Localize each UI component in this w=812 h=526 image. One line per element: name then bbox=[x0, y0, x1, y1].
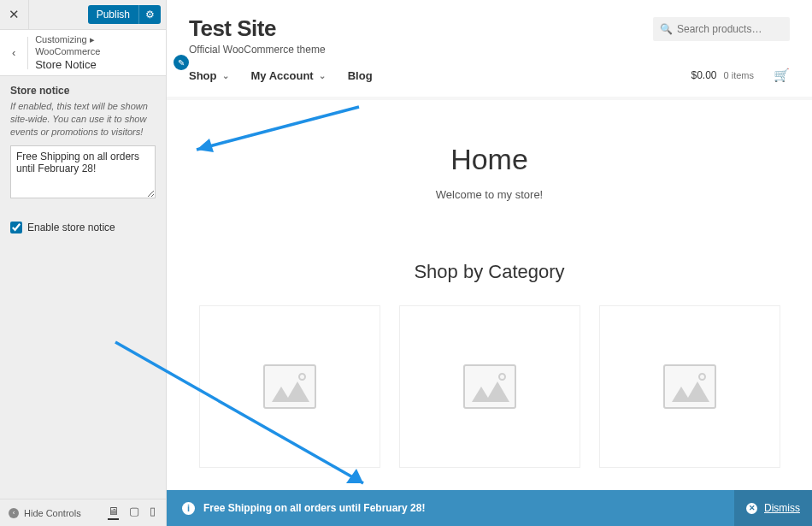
category-card[interactable] bbox=[599, 305, 780, 468]
cart-amount: $0.00 bbox=[691, 69, 717, 81]
store-notice-text: Free Shipping on all orders until Februa… bbox=[203, 502, 425, 514]
category-card[interactable] bbox=[399, 305, 580, 468]
page-title: Home bbox=[167, 143, 812, 176]
chevron-down-icon: ⌄ bbox=[319, 71, 326, 80]
nav-item-label: Blog bbox=[348, 69, 373, 82]
gear-icon: ⚙ bbox=[145, 9, 155, 21]
site-tagline: Official WooCommerce theme bbox=[167, 44, 812, 56]
nav-item-label: Shop bbox=[189, 69, 217, 82]
breadcrumb-path: Customizing ▸ WooCommerce bbox=[35, 33, 159, 58]
nav-item-my-account[interactable]: My Account ⌄ bbox=[251, 69, 326, 82]
info-icon: i bbox=[182, 502, 195, 515]
enable-store-notice-label: Enable store notice bbox=[27, 222, 115, 233]
placeholder-image-icon bbox=[263, 364, 316, 409]
nav-item-label: My Account bbox=[251, 69, 314, 82]
pencil-icon: ✎ bbox=[178, 58, 185, 68]
close-customizer-button[interactable]: ✕ bbox=[0, 0, 29, 29]
placeholder-image-icon bbox=[463, 364, 516, 409]
device-tablet-button[interactable]: ▢ bbox=[129, 505, 139, 520]
category-card[interactable] bbox=[199, 305, 380, 468]
sidebar-footer: ‹ Hide Controls 🖥 ▢ ▯ bbox=[0, 499, 166, 526]
hide-controls-label: Hide Controls bbox=[24, 508, 81, 518]
breadcrumb-title: Store Notice bbox=[35, 58, 159, 73]
collapse-icon: ‹ bbox=[9, 508, 19, 518]
placeholder-image-icon bbox=[663, 364, 716, 409]
dismiss-notice-button[interactable]: ✕ Dismiss bbox=[734, 490, 812, 526]
store-notice-bar: i Free Shipping on all orders until Febr… bbox=[167, 490, 812, 526]
breadcrumb: ‹ Customizing ▸ WooCommerce Store Notice bbox=[0, 29, 166, 76]
category-cards bbox=[167, 305, 812, 468]
customizer-sidebar: ✕ Publish ⚙ ‹ Customizing ▸ WooCommerce … bbox=[0, 0, 167, 526]
close-icon: ✕ bbox=[746, 503, 757, 514]
panel-description: If enabled, this text will be shown site… bbox=[10, 100, 156, 139]
publish-button[interactable]: Publish bbox=[88, 5, 138, 24]
cart-items-count: 0 items bbox=[724, 70, 754, 80]
primary-nav: Shop ⌄ My Account ⌄ Blog $0.00 0 items 🛒 bbox=[167, 56, 812, 95]
search-input[interactable] bbox=[653, 17, 790, 41]
section-heading-shop-by-category: Shop by Category bbox=[167, 261, 812, 283]
panel-label: Store notice bbox=[10, 85, 156, 97]
store-notice-textarea[interactable] bbox=[10, 145, 156, 198]
page-subtitle: Welcome to my store! bbox=[167, 188, 812, 201]
site-title: Test Site bbox=[189, 15, 276, 42]
enable-store-notice-checkbox[interactable] bbox=[10, 222, 22, 233]
enable-store-notice-row[interactable]: Enable store notice bbox=[0, 213, 166, 242]
cart-icon[interactable]: 🛒 bbox=[774, 68, 790, 83]
nav-item-blog[interactable]: Blog bbox=[348, 69, 373, 82]
device-mobile-button[interactable]: ▯ bbox=[150, 505, 156, 520]
device-desktop-button[interactable]: 🖥 bbox=[108, 505, 119, 520]
nav-item-shop[interactable]: Shop ⌄ bbox=[189, 69, 229, 82]
edit-shortcut-button[interactable]: ✎ bbox=[174, 55, 189, 70]
preview-pane: Test Site 🔍 Official WooCommerce theme ✎… bbox=[167, 0, 812, 526]
dismiss-label: Dismiss bbox=[764, 502, 800, 514]
hide-controls-button[interactable]: ‹ Hide Controls bbox=[0, 508, 90, 518]
chevron-down-icon: ⌄ bbox=[222, 71, 229, 80]
chevron-left-icon: ‹ bbox=[12, 46, 15, 59]
back-button[interactable]: ‹ bbox=[0, 37, 28, 69]
publish-settings-button[interactable]: ⚙ bbox=[138, 5, 161, 24]
